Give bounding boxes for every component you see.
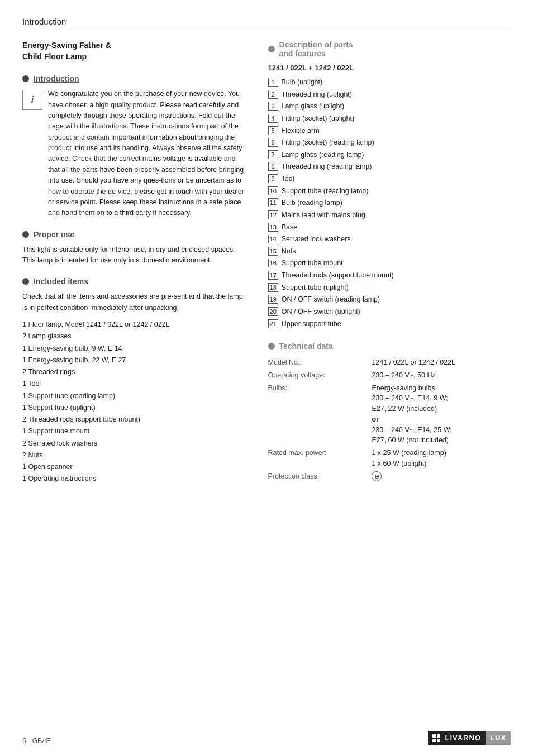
- part-number: 15: [268, 247, 278, 256]
- parts-list-item: 19ON / OFF switch (reading lamp): [268, 294, 511, 305]
- part-number: 10: [268, 186, 278, 195]
- included-items-bullet: [22, 278, 29, 285]
- proper-use-heading: Proper use: [22, 230, 246, 239]
- list-item: 1 Energy-saving bulb, 9 W, E 14: [22, 343, 246, 355]
- lux-logo: LUX: [486, 731, 511, 745]
- introduction-label: Introduction: [34, 74, 79, 83]
- part-name: Threaded ring (uplight): [282, 89, 352, 101]
- parts-list-item: 20ON / OFF switch (uplight): [268, 306, 511, 318]
- table-row: Bulbs:Energy-saving bulbs:230 – 240 V~, …: [268, 382, 511, 447]
- proper-use-text: This light is suitable only for interior…: [22, 245, 246, 266]
- left-column: Energy-Saving Father & Child Floor Lamp …: [22, 40, 257, 485]
- part-name: ON / OFF switch (reading lamp): [282, 294, 380, 305]
- part-name: Bulb (uplight): [282, 76, 323, 88]
- parts-list-item: 1Bulb (uplight): [268, 76, 511, 88]
- part-number: 8: [268, 162, 278, 171]
- list-item: 1 Floor lamp, Model 1241 / 022L or 1242 …: [22, 319, 246, 331]
- tech-value: Energy-saving bulbs:230 – 240 V~, E14, 9…: [372, 382, 511, 447]
- parts-list-item: 21Upper support tube: [268, 318, 511, 330]
- part-name: Nuts: [282, 246, 296, 257]
- list-item: 2 Threaded rods (support tube mount): [22, 414, 246, 425]
- part-name: Tool: [282, 173, 294, 185]
- parts-list-item: 12Mains lead with mains plug: [268, 209, 511, 221]
- parts-list-item: 9Tool: [268, 173, 511, 185]
- parts-list-item: 4Fitting (socket) (uplight): [268, 113, 511, 125]
- part-name: Support tube mount: [282, 257, 343, 269]
- list-item: 1 Operating instructions: [22, 473, 246, 485]
- tech-key: Operating voltage:: [268, 369, 372, 382]
- part-number: 9: [268, 174, 278, 183]
- part-number: 5: [268, 126, 278, 135]
- part-number: 3: [268, 102, 278, 111]
- parts-list-item: 16Support tube mount: [268, 257, 511, 269]
- description-bullet: [268, 46, 275, 52]
- part-name: Bulb (reading lamp): [282, 197, 342, 209]
- intro-text: We congratulate you on the purchase of y…: [48, 89, 246, 219]
- technical-bullet: [268, 343, 275, 350]
- logo-grid-icon: [432, 734, 440, 742]
- part-number: 13: [268, 223, 278, 232]
- part-number: 20: [268, 307, 278, 316]
- proper-use-label: Proper use: [34, 230, 74, 239]
- page: Introduction Energy-Saving Father & Chil…: [0, 0, 533, 756]
- main-columns: Energy-Saving Father & Child Floor Lamp …: [22, 40, 511, 485]
- parts-list-item: 2Threaded ring (uplight): [268, 89, 511, 101]
- livarno-logo: LIVARNO: [428, 731, 486, 745]
- list-item: 2 Lamp glasses: [22, 331, 246, 342]
- page-header-title: Introduction: [22, 17, 66, 26]
- parts-list-item: 3Lamp glass (uplight): [268, 101, 511, 112]
- tech-value: ⊕: [372, 470, 511, 483]
- introduction-bullet: [22, 75, 29, 82]
- info-icon: i: [31, 95, 34, 105]
- table-row: Operating voltage:230 – 240 V~, 50 Hz: [268, 369, 511, 382]
- intro-top: i We congratulate you on the purchase of…: [22, 89, 246, 219]
- list-item: 2 Nuts: [22, 449, 246, 461]
- tech-key: Bulbs:: [268, 382, 372, 447]
- part-number: 12: [268, 210, 278, 219]
- table-row: Protection class:⊕: [268, 470, 511, 483]
- parts-list-item: 18Support tube (uplight): [268, 282, 511, 294]
- part-name: Mains lead with mains plug: [282, 209, 365, 221]
- parts-list-item: 15Nuts: [268, 246, 511, 257]
- list-item: 1 Energy-saving bulb, 22 W, E 27: [22, 355, 246, 366]
- tech-key: Protection class:: [268, 470, 372, 483]
- page-footer: 6 GB/IE LIVARNO LUX: [22, 731, 511, 745]
- parts-list-item: 17Threaded rods (support tube mount): [268, 270, 511, 281]
- brand-logo: LIVARNO LUX: [428, 731, 511, 745]
- part-name: Threaded rods (support tube mount): [282, 270, 394, 281]
- tech-key: Rated max. power:: [268, 447, 372, 470]
- part-name: Lamp glass (reading lamp): [282, 149, 364, 161]
- parts-list-item: 11Bulb (reading lamp): [268, 197, 511, 209]
- table-row: Rated max. power:1 x 25 W (reading lamp)…: [268, 447, 511, 470]
- part-name: Base: [282, 222, 298, 233]
- list-item: 1 Support tube mount: [22, 425, 246, 437]
- part-number: 16: [268, 259, 278, 267]
- product-title: Energy-Saving Father & Child Floor Lamp: [22, 40, 246, 62]
- parts-list-item: 13Base: [268, 222, 511, 233]
- part-name: Support tube (reading lamp): [282, 185, 369, 197]
- introduction-block: i We congratulate you on the purchase of…: [22, 89, 246, 219]
- tech-key: Model No.:: [268, 356, 372, 369]
- part-number: 11: [268, 198, 278, 207]
- included-items-list: 1 Floor lamp, Model 1241 / 022L or 1242 …: [22, 319, 246, 485]
- list-item: 1 Tool: [22, 378, 246, 390]
- footer-page-info: 6 GB/IE: [22, 737, 51, 745]
- part-name: Upper support tube: [282, 318, 341, 330]
- included-items-label: Included items: [34, 277, 88, 286]
- part-name: Fitting (socket) (reading lamp): [282, 137, 374, 149]
- parts-list: 1Bulb (uplight)2Threaded ring (uplight)3…: [268, 76, 511, 329]
- part-name: Lamp glass (uplight): [282, 101, 345, 112]
- description-heading: Description of partsand features: [268, 40, 511, 58]
- part-name: Threaded ring (reading lamp): [282, 161, 372, 173]
- part-name: Serrated lock washers: [282, 233, 351, 245]
- parts-list-item: 8Threaded ring (reading lamp): [268, 161, 511, 173]
- part-name: Fitting (socket) (uplight): [282, 113, 355, 125]
- right-column: Description of partsand features 1241 / …: [257, 40, 511, 485]
- list-item: 2 Serrated lock washers: [22, 438, 246, 449]
- part-name: Support tube (uplight): [282, 282, 349, 294]
- part-number: 2: [268, 90, 278, 99]
- technical-heading: Technical data: [268, 342, 511, 351]
- tech-value: 1 x 25 W (reading lamp)1 x 60 W (uplight…: [372, 447, 511, 470]
- description-label: Description of partsand features: [279, 40, 353, 58]
- part-number: 14: [268, 235, 278, 243]
